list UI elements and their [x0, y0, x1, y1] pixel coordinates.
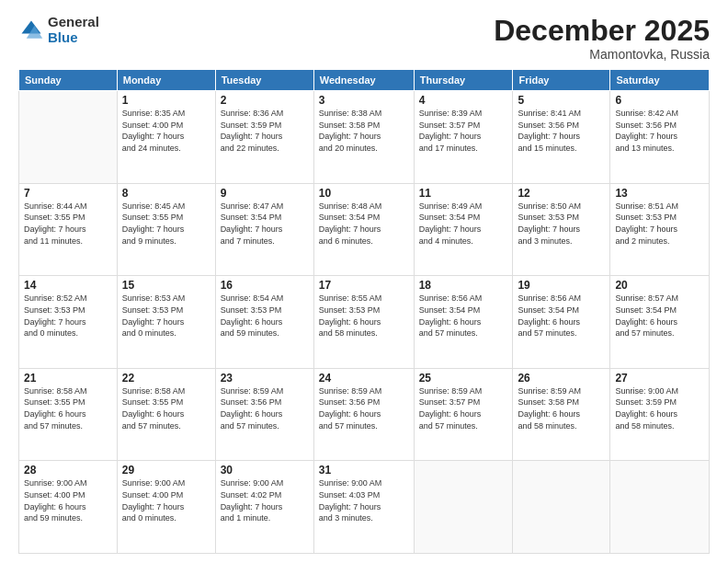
table-row: 21Sunrise: 8:58 AM Sunset: 3:55 PM Dayli… — [19, 368, 118, 461]
table-row: 27Sunrise: 9:00 AM Sunset: 3:59 PM Dayli… — [610, 368, 710, 461]
day-number: 2 — [221, 94, 309, 107]
logo: General Blue — [18, 15, 99, 45]
day-number: 27 — [615, 372, 704, 385]
page-header: General Blue December 2025 Mamontovka, R… — [18, 15, 710, 62]
table-row: 14Sunrise: 8:52 AM Sunset: 3:53 PM Dayli… — [19, 276, 118, 369]
table-row: 11Sunrise: 8:49 AM Sunset: 3:54 PM Dayli… — [414, 183, 513, 276]
day-number: 3 — [319, 94, 409, 107]
table-row: 1Sunrise: 8:35 AM Sunset: 4:00 PM Daylig… — [117, 91, 215, 184]
day-info: Sunrise: 9:00 AM Sunset: 4:00 PM Dayligh… — [24, 477, 112, 523]
day-info: Sunrise: 8:44 AM Sunset: 3:55 PM Dayligh… — [24, 201, 112, 247]
table-row — [19, 91, 118, 184]
table-row: 5Sunrise: 8:41 AM Sunset: 3:56 PM Daylig… — [513, 91, 610, 184]
header-wednesday: Wednesday — [313, 70, 414, 91]
header-monday: Monday — [117, 70, 215, 91]
table-row: 3Sunrise: 8:38 AM Sunset: 3:58 PM Daylig… — [313, 91, 414, 184]
day-info: Sunrise: 8:52 AM Sunset: 3:53 PM Dayligh… — [24, 293, 112, 339]
header-saturday: Saturday — [610, 70, 710, 91]
day-info: Sunrise: 8:49 AM Sunset: 3:54 PM Dayligh… — [419, 201, 508, 247]
logo-text: General Blue — [48, 15, 99, 45]
day-number: 15 — [122, 279, 210, 292]
day-number: 29 — [122, 464, 210, 477]
table-row: 7Sunrise: 8:44 AM Sunset: 3:55 PM Daylig… — [19, 183, 118, 276]
table-row — [513, 461, 610, 554]
day-info: Sunrise: 8:42 AM Sunset: 3:56 PM Dayligh… — [615, 108, 704, 154]
table-row: 2Sunrise: 8:36 AM Sunset: 3:59 PM Daylig… — [215, 91, 313, 184]
table-row: 24Sunrise: 8:59 AM Sunset: 3:56 PM Dayli… — [313, 368, 414, 461]
day-info: Sunrise: 8:51 AM Sunset: 3:53 PM Dayligh… — [615, 201, 704, 247]
table-row: 9Sunrise: 8:47 AM Sunset: 3:54 PM Daylig… — [215, 183, 313, 276]
day-info: Sunrise: 8:36 AM Sunset: 3:59 PM Dayligh… — [221, 108, 309, 154]
day-number: 24 — [319, 372, 409, 385]
day-info: Sunrise: 8:56 AM Sunset: 3:54 PM Dayligh… — [419, 293, 508, 339]
table-row: 22Sunrise: 8:58 AM Sunset: 3:55 PM Dayli… — [117, 368, 215, 461]
day-info: Sunrise: 8:59 AM Sunset: 3:56 PM Dayligh… — [319, 385, 409, 431]
table-row: 29Sunrise: 9:00 AM Sunset: 4:00 PM Dayli… — [117, 461, 215, 554]
day-info: Sunrise: 8:55 AM Sunset: 3:53 PM Dayligh… — [319, 293, 409, 339]
day-number: 13 — [615, 187, 704, 200]
day-info: Sunrise: 8:54 AM Sunset: 3:53 PM Dayligh… — [221, 293, 309, 339]
day-number: 11 — [419, 187, 508, 200]
day-info: Sunrise: 8:39 AM Sunset: 3:57 PM Dayligh… — [419, 108, 508, 154]
calendar: Sunday Monday Tuesday Wednesday Thursday… — [18, 69, 710, 554]
day-info: Sunrise: 8:47 AM Sunset: 3:54 PM Dayligh… — [221, 201, 309, 247]
month-title: December 2025 — [494, 15, 710, 47]
calendar-week-row: 1Sunrise: 8:35 AM Sunset: 4:00 PM Daylig… — [19, 91, 710, 184]
day-info: Sunrise: 9:00 AM Sunset: 4:02 PM Dayligh… — [221, 477, 309, 523]
day-number: 7 — [24, 187, 112, 200]
day-number: 4 — [419, 94, 508, 107]
table-row: 10Sunrise: 8:48 AM Sunset: 3:54 PM Dayli… — [313, 183, 414, 276]
day-number: 18 — [419, 279, 508, 292]
day-number: 22 — [122, 372, 210, 385]
day-number: 31 — [319, 464, 409, 477]
location: Mamontovka, Russia — [494, 47, 710, 62]
day-number: 25 — [419, 372, 508, 385]
day-info: Sunrise: 8:38 AM Sunset: 3:58 PM Dayligh… — [319, 108, 409, 154]
day-number: 19 — [518, 279, 605, 292]
header-tuesday: Tuesday — [215, 70, 313, 91]
day-info: Sunrise: 8:57 AM Sunset: 3:54 PM Dayligh… — [615, 293, 704, 339]
day-number: 16 — [221, 279, 309, 292]
day-info: Sunrise: 8:50 AM Sunset: 3:53 PM Dayligh… — [518, 201, 605, 247]
table-row: 31Sunrise: 9:00 AM Sunset: 4:03 PM Dayli… — [313, 461, 414, 554]
day-info: Sunrise: 9:00 AM Sunset: 4:00 PM Dayligh… — [122, 477, 210, 523]
day-info: Sunrise: 8:59 AM Sunset: 3:58 PM Dayligh… — [518, 385, 605, 431]
header-sunday: Sunday — [19, 70, 118, 91]
day-number: 9 — [221, 187, 309, 200]
day-info: Sunrise: 8:58 AM Sunset: 3:55 PM Dayligh… — [24, 385, 112, 431]
day-number: 14 — [24, 279, 112, 292]
day-number: 21 — [24, 372, 112, 385]
day-number: 1 — [122, 94, 210, 107]
table-row: 25Sunrise: 8:59 AM Sunset: 3:57 PM Dayli… — [414, 368, 513, 461]
header-thursday: Thursday — [414, 70, 513, 91]
table-row: 12Sunrise: 8:50 AM Sunset: 3:53 PM Dayli… — [513, 183, 610, 276]
day-info: Sunrise: 8:45 AM Sunset: 3:55 PM Dayligh… — [122, 201, 210, 247]
day-number: 10 — [319, 187, 409, 200]
day-number: 26 — [518, 372, 605, 385]
calendar-week-row: 14Sunrise: 8:52 AM Sunset: 3:53 PM Dayli… — [19, 276, 710, 369]
day-info: Sunrise: 8:59 AM Sunset: 3:57 PM Dayligh… — [419, 385, 508, 431]
day-number: 5 — [518, 94, 605, 107]
table-row: 16Sunrise: 8:54 AM Sunset: 3:53 PM Dayli… — [215, 276, 313, 369]
day-number: 30 — [221, 464, 309, 477]
table-row: 19Sunrise: 8:56 AM Sunset: 3:54 PM Dayli… — [513, 276, 610, 369]
logo-general: General — [48, 15, 99, 30]
table-row: 17Sunrise: 8:55 AM Sunset: 3:53 PM Dayli… — [313, 276, 414, 369]
header-friday: Friday — [513, 70, 610, 91]
title-block: December 2025 Mamontovka, Russia — [494, 15, 710, 62]
day-info: Sunrise: 8:58 AM Sunset: 3:55 PM Dayligh… — [122, 385, 210, 431]
table-row: 6Sunrise: 8:42 AM Sunset: 3:56 PM Daylig… — [610, 91, 710, 184]
table-row: 8Sunrise: 8:45 AM Sunset: 3:55 PM Daylig… — [117, 183, 215, 276]
calendar-week-row: 21Sunrise: 8:58 AM Sunset: 3:55 PM Dayli… — [19, 368, 710, 461]
table-row: 23Sunrise: 8:59 AM Sunset: 3:56 PM Dayli… — [215, 368, 313, 461]
table-row — [414, 461, 513, 554]
table-row: 20Sunrise: 8:57 AM Sunset: 3:54 PM Dayli… — [610, 276, 710, 369]
table-row: 4Sunrise: 8:39 AM Sunset: 3:57 PM Daylig… — [414, 91, 513, 184]
day-info: Sunrise: 8:56 AM Sunset: 3:54 PM Dayligh… — [518, 293, 605, 339]
calendar-header-row: Sunday Monday Tuesday Wednesday Thursday… — [19, 70, 710, 91]
calendar-week-row: 7Sunrise: 8:44 AM Sunset: 3:55 PM Daylig… — [19, 183, 710, 276]
day-number: 6 — [615, 94, 704, 107]
table-row: 28Sunrise: 9:00 AM Sunset: 4:00 PM Dayli… — [19, 461, 118, 554]
table-row: 30Sunrise: 9:00 AM Sunset: 4:02 PM Dayli… — [215, 461, 313, 554]
day-number: 17 — [319, 279, 409, 292]
